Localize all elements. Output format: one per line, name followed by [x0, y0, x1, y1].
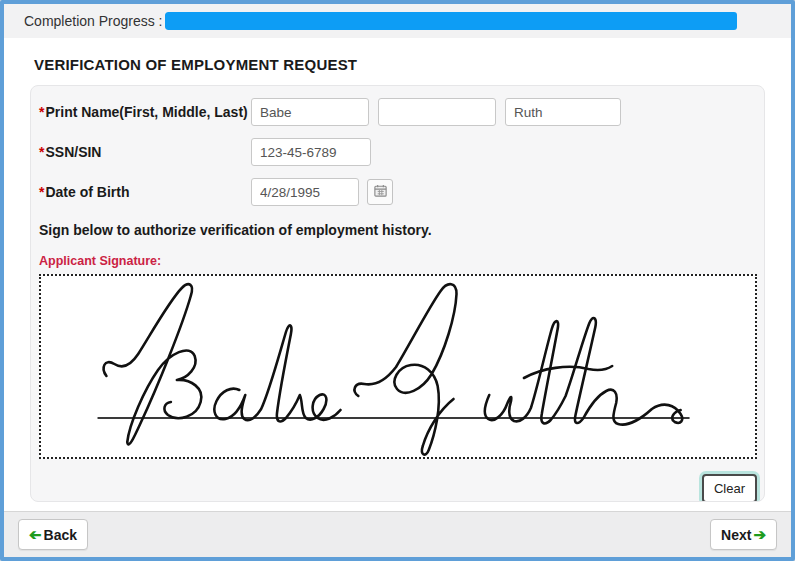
page-title: VERIFICATION OF EMPLOYMENT REQUEST [34, 56, 765, 73]
required-asterisk: * [39, 144, 44, 160]
progress-bar-fill [165, 12, 737, 30]
sign-instruction: Sign below to authorize verification of … [39, 222, 757, 238]
dob-label-text: Date of Birth [45, 184, 129, 200]
back-arrow-icon: ➔ [29, 527, 42, 542]
dob-input[interactable] [251, 178, 359, 206]
content-area: VERIFICATION OF EMPLOYMENT REQUEST *Prin… [4, 38, 791, 511]
back-button[interactable]: ➔ Back [18, 519, 88, 550]
required-asterisk: * [39, 184, 44, 200]
ssn-label: *SSN/SIN [39, 144, 251, 160]
calendar-icon [373, 183, 388, 201]
signature-pad[interactable] [39, 274, 757, 459]
ssn-input[interactable] [251, 138, 371, 166]
form-panel: *Print Name(First, Middle, Last) *SSN/SI… [30, 85, 765, 502]
progress-header: Completion Progress : [4, 4, 791, 38]
progress-label: Completion Progress : [24, 13, 163, 29]
dob-label: *Date of Birth [39, 184, 251, 200]
print-name-label-text: Print Name(First, Middle, Last) [45, 104, 247, 120]
ssn-label-text: SSN/SIN [45, 144, 101, 160]
clear-button[interactable]: Clear [702, 474, 757, 502]
clear-row: Clear [39, 474, 757, 502]
signature-drawing [41, 276, 755, 457]
progress-bar [165, 12, 787, 30]
calendar-button[interactable] [367, 179, 393, 205]
middle-name-input[interactable] [378, 98, 496, 126]
first-name-input[interactable] [251, 98, 369, 126]
last-name-input[interactable] [505, 98, 621, 126]
next-arrow-icon: ➔ [753, 527, 766, 542]
required-asterisk: * [39, 104, 44, 120]
next-button-label: Next [721, 527, 751, 543]
next-button[interactable]: Next ➔ [710, 519, 777, 550]
applicant-signature-label: Applicant Signature: [39, 254, 757, 268]
page-frame: Completion Progress : VERIFICATION OF EM… [0, 0, 795, 561]
back-button-label: Back [44, 527, 77, 543]
footer-nav: ➔ Back Next ➔ [4, 511, 791, 557]
dob-row: *Date of Birth [39, 178, 757, 206]
ssn-row: *SSN/SIN [39, 138, 757, 166]
print-name-row: *Print Name(First, Middle, Last) [39, 98, 757, 126]
print-name-label: *Print Name(First, Middle, Last) [39, 104, 251, 120]
